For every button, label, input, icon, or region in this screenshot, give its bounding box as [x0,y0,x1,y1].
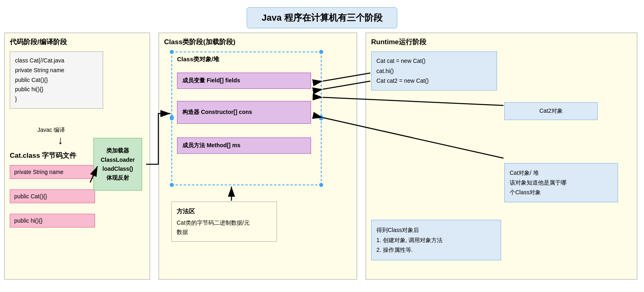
code-source-line5: } [15,94,98,104]
code-source-line3: public Cat(){} [15,75,98,85]
class-obj-title: Class类对象/堆 [177,56,219,63]
cat2-box: Cat2对象 [504,102,598,120]
runtime-line3: Cat cat2 = new Cat() [376,76,492,86]
field-box-method: 成员方法 Method[] ms [177,137,311,154]
runtime-line1: Cat cat = new Cat() [376,56,492,66]
field-box-fields: 成员变量 Field[] fields [177,73,311,89]
code-source-line2: private String name [15,66,98,75]
byte-box-3: public hi(){} [10,214,95,228]
code-source-line1: class Cat{//Cat.java [15,56,98,66]
dot-r-mid [319,115,323,119]
dot-br [319,183,323,187]
cat-heap-line3: 个Class对象 [510,188,613,198]
dot-tr [319,50,323,54]
middle-panel: Class类阶段(加载阶段) Class类对象/堆 成员变量 Field[] f… [158,32,357,280]
arrow-down-icon: ↓ [58,135,63,146]
byte-box-1: private String name [10,165,95,179]
page-title: Java 程序在计算机有三个阶段 [246,7,397,28]
cat-heap-line2: 该对象知道他是属于哪 [510,178,613,188]
classloader-line4: 体现反射 [106,173,129,182]
cat-class-label: Cat.class 字节码文件 [10,151,76,160]
cat-heap-box: Cat对象/ 堆 该对象知道他是属于哪 个Class对象 [504,163,618,202]
code-source-box: class Cat{//Cat.java private String name… [10,52,103,109]
get-class-line3: 2. 操作属性等. [376,245,496,255]
byte-box-2: public Cat(){} [10,189,95,203]
method-area-text: Cat类的字节码二进制数据/元数据 [177,218,272,238]
class-obj-box: Class类对象/堆 成员变量 Field[] fields 构造器 Const… [171,52,322,185]
javac-label: Javac 编译 [37,127,65,134]
dot-tl [170,50,174,54]
right-panel-title: Runtime运行阶段 [371,37,426,47]
method-area-box: 方法区 Cat类的字节码二进制数据/元数据 [171,202,277,242]
classloader-line3: loadClass() [102,164,133,173]
code-source-line4: public hi(){} [15,85,98,94]
right-panel: Runtime运行阶段 Cat cat = new Cat() cat.hi()… [365,32,638,280]
dot-l-mid [170,115,174,119]
get-class-box: 得到Class对象后 1. 创建对象, 调用对象方法 2. 操作属性等. [371,220,501,260]
classloader-box: 类加载器 ClassLoader loadClass() 体现反射 [93,138,142,191]
classloader-line2: ClassLoader [101,155,135,164]
dot-bl [170,183,174,187]
left-panel-title: 代码阶段/编译阶段 [10,37,67,47]
runtime-code-box: Cat cat = new Cat() cat.hi() Cat cat2 = … [371,52,497,90]
method-area-title: 方法区 [177,206,272,217]
get-class-line2: 1. 创建对象, 调用对象方法 [376,235,496,245]
field-box-constructor: 构造器 Constructor[] cons [177,101,311,124]
cat-heap-line1: Cat对象/ 堆 [510,168,613,178]
get-class-line1: 得到Class对象后 [376,225,496,235]
runtime-line2: cat.hi() [376,66,492,76]
classloader-line1: 类加载器 [106,146,129,155]
middle-panel-title: Class类阶段(加载阶段) [164,37,236,47]
